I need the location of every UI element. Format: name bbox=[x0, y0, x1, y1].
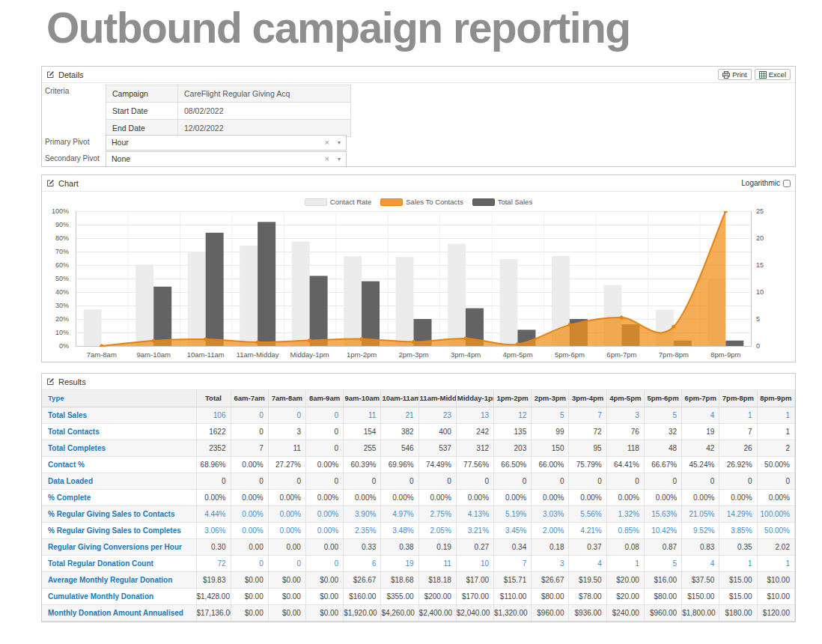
cell[interactable]: 14.29% bbox=[719, 505, 757, 522]
row-label[interactable]: Average Monthly Regular Donation bbox=[42, 571, 196, 588]
cell[interactable]: 5 bbox=[644, 407, 681, 423]
cell[interactable]: 1 bbox=[757, 555, 794, 571]
row-label[interactable]: % Regular Giving Sales to Contacts bbox=[42, 505, 196, 522]
chevron-down-icon[interactable]: ▾ bbox=[338, 152, 341, 166]
cell: 0.27 bbox=[456, 538, 493, 555]
cell[interactable]: 4 bbox=[569, 555, 606, 571]
row-label[interactable]: Regular Giving Conversions per Hour bbox=[42, 538, 196, 555]
cell[interactable]: 2.00% bbox=[532, 522, 569, 538]
cell[interactable]: 3 bbox=[532, 555, 569, 571]
cell[interactable]: 0 bbox=[305, 407, 343, 423]
cell[interactable]: 0.85% bbox=[606, 522, 644, 538]
cell[interactable]: 3.90% bbox=[344, 505, 381, 522]
cell[interactable]: 1.32% bbox=[606, 505, 644, 522]
row-label[interactable]: Total Contacts bbox=[42, 423, 196, 440]
cell[interactable]: 3.85% bbox=[719, 522, 757, 538]
cell[interactable]: 6 bbox=[344, 555, 381, 571]
cell[interactable]: 3.06% bbox=[196, 522, 231, 538]
row-label[interactable]: Total Regular Donation Count bbox=[42, 555, 196, 571]
cell[interactable]: 9.52% bbox=[682, 522, 719, 538]
cell[interactable]: 3.45% bbox=[494, 522, 532, 538]
cell[interactable]: 11 bbox=[418, 555, 456, 571]
cell[interactable]: 3.03% bbox=[532, 505, 569, 522]
cell[interactable]: 0.00% bbox=[268, 505, 305, 522]
cell[interactable]: 4.44% bbox=[196, 505, 231, 522]
cell[interactable]: 106 bbox=[196, 407, 231, 423]
cell[interactable]: 3 bbox=[606, 407, 644, 423]
cell[interactable]: 0 bbox=[231, 407, 268, 423]
cell[interactable]: 0.00% bbox=[305, 522, 343, 538]
cell: $150.00 bbox=[682, 588, 719, 604]
cell[interactable]: 100.00% bbox=[757, 505, 794, 522]
cell[interactable]: 50.00% bbox=[757, 522, 794, 538]
row-label[interactable]: % Complete bbox=[42, 489, 196, 505]
cell: 69.96% bbox=[381, 456, 418, 473]
cell[interactable]: 0.00% bbox=[231, 505, 268, 522]
cell[interactable]: 0 bbox=[231, 555, 268, 571]
row-label[interactable]: Data Loaded bbox=[42, 473, 196, 489]
legend-item[interactable]: Sales To Contacts bbox=[380, 198, 463, 206]
cell[interactable]: 1 bbox=[719, 407, 757, 423]
row-label[interactable]: Total Completes bbox=[42, 440, 196, 456]
cell[interactable]: 15.63% bbox=[644, 505, 681, 522]
cell[interactable]: 23 bbox=[418, 407, 456, 423]
cell: 0.00% bbox=[196, 489, 231, 505]
secondary-pivot-select[interactable]: None × ▾ bbox=[106, 151, 347, 167]
cell[interactable]: 10 bbox=[456, 555, 493, 571]
cell[interactable]: 2.75% bbox=[418, 505, 456, 522]
cell[interactable]: 5.19% bbox=[494, 505, 532, 522]
column-header[interactable]: Type bbox=[42, 390, 196, 407]
excel-button[interactable]: Excel bbox=[755, 69, 791, 80]
row-label[interactable]: % Regular Giving Sales to Completes bbox=[42, 522, 196, 538]
cell[interactable]: 0 bbox=[268, 555, 305, 571]
cell[interactable]: 12 bbox=[494, 407, 532, 423]
cell[interactable]: 0.00% bbox=[231, 522, 268, 538]
row-label[interactable]: Monthly Donation Amount Annualised bbox=[42, 604, 196, 621]
cell: 0 bbox=[644, 473, 681, 489]
cell[interactable]: 21 bbox=[381, 407, 418, 423]
clear-icon[interactable]: × bbox=[325, 152, 329, 166]
row-label[interactable]: Cumulative Monthly Donation bbox=[42, 588, 196, 604]
cell[interactable]: 3.21% bbox=[456, 522, 493, 538]
print-button[interactable]: Print bbox=[718, 69, 752, 80]
clear-icon[interactable]: × bbox=[325, 136, 329, 150]
logarithmic-checkbox[interactable] bbox=[783, 180, 791, 187]
cell[interactable]: 0.00% bbox=[268, 522, 305, 538]
cell[interactable]: 1 bbox=[606, 555, 644, 571]
cell: 0 bbox=[719, 473, 757, 489]
cell[interactable]: 0 bbox=[305, 555, 343, 571]
cell[interactable]: 7 bbox=[494, 555, 532, 571]
cell: 0.83 bbox=[682, 538, 719, 555]
cell[interactable]: 11 bbox=[344, 407, 381, 423]
cell[interactable]: 5.56% bbox=[569, 505, 606, 522]
row-label[interactable]: Total Sales bbox=[42, 407, 196, 423]
chevron-down-icon[interactable]: ▾ bbox=[338, 136, 341, 150]
cell[interactable]: 2.05% bbox=[418, 522, 456, 538]
cell[interactable]: 1 bbox=[719, 555, 757, 571]
legend-item[interactable]: Contact Rate bbox=[305, 198, 371, 206]
cell[interactable]: 1 bbox=[757, 407, 794, 423]
cell[interactable]: 5 bbox=[644, 555, 681, 571]
cell[interactable]: 4.21% bbox=[569, 522, 606, 538]
cell[interactable]: 19 bbox=[381, 555, 418, 571]
primary-pivot-select[interactable]: Hour × ▾ bbox=[106, 135, 347, 151]
row-label[interactable]: Contact % bbox=[42, 456, 196, 473]
cell[interactable]: 13 bbox=[456, 407, 493, 423]
cell: 45.24% bbox=[682, 456, 719, 473]
cell[interactable]: 7 bbox=[569, 407, 606, 423]
cell[interactable]: 4 bbox=[682, 407, 719, 423]
cell[interactable]: 0 bbox=[268, 407, 305, 423]
cell[interactable]: 5 bbox=[532, 407, 569, 423]
cell[interactable]: 2.35% bbox=[344, 522, 381, 538]
cell[interactable]: 21.05% bbox=[682, 505, 719, 522]
cell[interactable]: 72 bbox=[196, 555, 231, 571]
edit-icon bbox=[46, 70, 55, 79]
cell: $120.00 bbox=[757, 604, 794, 621]
cell[interactable]: 3.48% bbox=[381, 522, 418, 538]
legend-item[interactable]: Total Sales bbox=[472, 198, 532, 206]
cell[interactable]: 4.97% bbox=[381, 505, 418, 522]
cell[interactable]: 4 bbox=[682, 555, 719, 571]
cell[interactable]: 4.13% bbox=[456, 505, 493, 522]
cell[interactable]: 0.00% bbox=[305, 505, 343, 522]
cell[interactable]: 10.42% bbox=[644, 522, 681, 538]
